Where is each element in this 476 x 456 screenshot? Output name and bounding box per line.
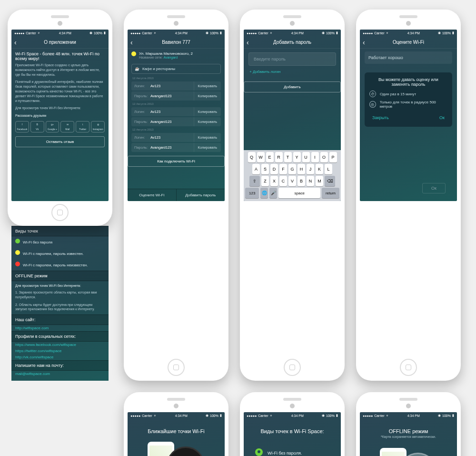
status-bar: ●●●●●Carrierᯤ 4:34 PM ◉100%▮ (244, 412, 341, 419)
ob-title: OFFLINE режим (365, 428, 452, 434)
copy-button[interactable]: Копировать (194, 91, 221, 101)
social-heading: Профили в социальных сетях: (11, 331, 109, 342)
password-row: Пароль:Avangard123Копировать (131, 117, 221, 126)
key-m[interactable]: M (316, 176, 323, 186)
key-r[interactable]: R (275, 152, 283, 162)
about-p3: Для просмотра точек Wi-Fi без Интернета: (15, 106, 105, 111)
copy-button[interactable]: Копировать (194, 133, 221, 142)
tab-rate[interactable]: Оцените Wi-Fi (128, 189, 177, 201)
copy-button[interactable]: Копировать (194, 107, 221, 116)
key-mic[interactable]: 🎤 (269, 188, 277, 198)
key-g[interactable]: G (288, 164, 296, 174)
share-instagram[interactable]: ◍Instagram (91, 121, 105, 132)
social-facebook[interactable]: https://www.facebook.com/wifispace (11, 342, 109, 348)
back-icon[interactable]: ‹ (363, 39, 365, 46)
add-button[interactable]: Добавить (244, 81, 341, 92)
nav-title: Вавилон 777 (162, 40, 190, 45)
mini-phone-icon (380, 448, 407, 456)
home-button[interactable] (51, 204, 69, 221)
key-shift[interactable]: ⇧ (249, 176, 260, 186)
mail-link[interactable]: mail@wifispace.com (11, 371, 109, 381)
about-extension: Виды точек Wi-Fi без пароля Wi-Fi с паро… (11, 226, 109, 381)
social-twitter[interactable]: https://twitter.com/wifispace (11, 348, 109, 354)
pin-yellow-icon (15, 250, 20, 257)
key-a[interactable]: A (252, 164, 260, 174)
back-icon[interactable]: ‹ (247, 39, 249, 46)
share-twitter[interactable]: tTwitter (76, 121, 89, 132)
about-p2: Понятный и дружелюбный интерфейс, наибол… (15, 80, 105, 103)
key-123[interactable]: 123 (245, 188, 259, 198)
modal-ok-button[interactable]: Ок (436, 113, 447, 122)
key-c[interactable]: C (279, 176, 287, 186)
modal-title: Вы можете давать оценку или заменять пар… (369, 77, 447, 87)
key-d[interactable]: D (270, 164, 278, 174)
key-y[interactable]: Y (293, 152, 301, 162)
screen-ob-nearest: ●●●●●Carrierᯤ 4:34 PM ◉100%▮ Ближайшие т… (128, 412, 225, 456)
status-bar: ●●●●●Carrierᯤ 4:34 PM ◉100%▮ (360, 412, 457, 419)
password-row: Пароль:Avangard123Копировать (131, 91, 221, 101)
nav-title: Добавить пароль (273, 40, 311, 45)
password-row: Пароль:Avangard123Копировать (131, 143, 221, 152)
share-google[interactable]: g+Google + (46, 121, 60, 132)
status-bar: ●●●●●Carrierᯤ 4:34 PM ◉100%▮ (244, 30, 341, 36)
types-heading: Виды точек (11, 226, 109, 236)
nav-title: О приложении (44, 40, 76, 45)
site-link[interactable]: http://wifispace.com (11, 325, 109, 331)
key-x[interactable]: X (270, 176, 278, 186)
modal-close-button[interactable]: Закрыть (369, 113, 392, 122)
key-i[interactable]: I (311, 152, 319, 162)
key-h[interactable]: H (298, 164, 305, 174)
screen-about: ●●●●●Carrierᯤ 4:34 PM ◉100%▮ ‹ О приложе… (11, 30, 109, 201)
social-vk[interactable]: http://vk.com/wifispace (11, 354, 109, 360)
key-k[interactable]: K (316, 164, 323, 174)
password-input[interactable]: Введите пароль (248, 52, 336, 66)
key-v[interactable]: V (288, 176, 296, 186)
key-e[interactable]: E (266, 152, 274, 162)
copy-button[interactable]: Копировать (194, 143, 221, 152)
key-o[interactable]: O (320, 152, 328, 162)
key-n[interactable]: N (307, 176, 314, 186)
add-login-link[interactable]: + Добавить логин (244, 70, 341, 74)
key-s[interactable]: S (261, 164, 269, 174)
back-icon[interactable]: ‹ (14, 39, 17, 46)
back-icon[interactable]: ‹ (130, 39, 133, 46)
pin-yellow-icon (131, 51, 136, 58)
ob-title: Ближайшие точки Wi-Fi (132, 428, 220, 434)
screen-ob-types: ●●●●●Carrierᯤ 4:34 PM ◉100%▮ Виды точек … (244, 412, 341, 456)
key-j[interactable]: J (307, 164, 314, 174)
key-return[interactable]: return (322, 188, 339, 198)
wifi-icon: ᯤ (38, 31, 41, 35)
home-button[interactable] (168, 359, 185, 376)
how-to-connect-button[interactable]: Как подключить Wi-Fi (128, 156, 225, 167)
ok-ghost-button[interactable]: Ок (422, 183, 446, 193)
login-row: Логин:Av123Копировать (131, 133, 221, 142)
key-p[interactable]: P (329, 152, 337, 162)
key-w[interactable]: W (257, 152, 265, 162)
site-heading: Наш сайт: (11, 314, 109, 325)
share-mail[interactable]: ✉Mail (60, 121, 74, 132)
key-space[interactable]: space (278, 188, 320, 198)
key-q[interactable]: Q (248, 152, 256, 162)
copy-button[interactable]: Копировать (194, 81, 221, 91)
key-b[interactable]: B (298, 176, 305, 186)
review-button[interactable]: Оставить отзыв (15, 136, 105, 147)
key-f[interactable]: F (279, 164, 287, 174)
clock-icon: ⏱ (369, 91, 376, 97)
spot-network: Avangard (163, 56, 178, 59)
key-globe[interactable]: 🌐 (260, 188, 268, 198)
screen-rate: ●●●●●Carrierᯤ 4:34 PM ◉100%▮ ‹ Оцените W… (360, 30, 457, 201)
category-select[interactable]: ☕ Кафе и рестораны (131, 64, 221, 74)
home-button[interactable] (284, 359, 301, 376)
about-headline: Wi-Fi Space - более 48 млн. точек Wi-Fi … (15, 51, 105, 61)
key-t[interactable]: T (284, 152, 292, 162)
nav-bar: ‹ О приложении (11, 36, 109, 49)
key-l[interactable]: L (325, 164, 332, 174)
share-facebook[interactable]: fFacebook (15, 121, 29, 132)
key-backspace[interactable]: ⌫ (325, 176, 335, 186)
key-z[interactable]: Z (261, 176, 269, 186)
key-u[interactable]: U (302, 152, 310, 162)
home-button[interactable] (400, 359, 417, 376)
share-vk[interactable]: BVk (30, 121, 44, 132)
tab-add-password[interactable]: Добавить пароль (177, 189, 225, 201)
copy-button[interactable]: Копировать (194, 117, 221, 126)
